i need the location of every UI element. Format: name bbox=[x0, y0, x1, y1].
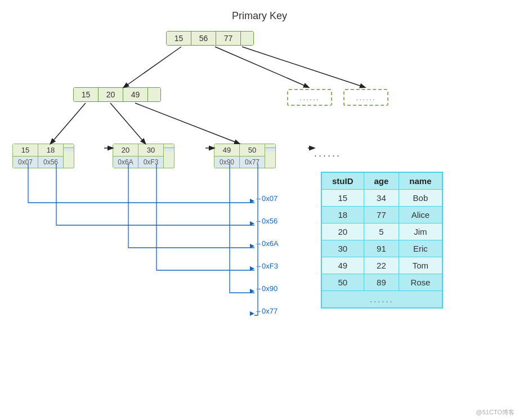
svg-line-3 bbox=[51, 103, 86, 144]
l1-cell-0: 15 bbox=[74, 88, 99, 101]
leaf-2-next-bot bbox=[265, 148, 275, 151]
root-cell-2: 77 bbox=[216, 32, 241, 45]
col-name: name bbox=[399, 172, 442, 190]
root-cell-0: 15 bbox=[167, 32, 191, 45]
leaf-0-ptr-1: 0x56 bbox=[38, 157, 63, 168]
watermark: @51CTO博客 bbox=[476, 408, 514, 417]
leaf-2-key-0: 49 bbox=[214, 144, 239, 157]
svg-line-5 bbox=[135, 103, 239, 144]
addr-0x07: →0x07 bbox=[254, 194, 278, 203]
svg-marker-10 bbox=[250, 221, 254, 226]
col-stuid: stuID bbox=[321, 172, 364, 190]
age-2: 5 bbox=[364, 224, 399, 240]
leaf-1-next-bot bbox=[164, 148, 174, 151]
root-node: 15 56 77 bbox=[166, 31, 254, 46]
l1-cell-1: 20 bbox=[99, 88, 123, 101]
leaf-node-0: 15 0x07 18 0x56 bbox=[12, 144, 74, 168]
addr-0x90: →0x90 bbox=[254, 284, 278, 293]
name-1: Alice bbox=[399, 207, 442, 224]
stuid-3: 30 bbox=[321, 240, 364, 257]
stuid-1: 18 bbox=[321, 207, 364, 224]
leaf-1-next-top bbox=[164, 144, 174, 148]
leaf-1-ptr-1: 0xF3 bbox=[138, 157, 163, 168]
table-row: 30 91 Eric bbox=[321, 240, 442, 257]
table-dots: ...... bbox=[321, 291, 442, 309]
name-3: Eric bbox=[399, 240, 442, 257]
age-5: 89 bbox=[364, 274, 399, 291]
svg-marker-12 bbox=[250, 266, 254, 271]
stuid-5: 50 bbox=[321, 274, 364, 291]
name-2: Jim bbox=[399, 224, 442, 240]
table-dots-row: ...... bbox=[321, 291, 442, 309]
stuid-4: 49 bbox=[321, 257, 364, 274]
l1-cell-2: 49 bbox=[123, 88, 148, 101]
addr-0x6a: →0x6A bbox=[254, 239, 279, 248]
leaf-1-ptr-0: 0x6A bbox=[113, 157, 138, 168]
age-4: 22 bbox=[364, 257, 399, 274]
age-1: 77 bbox=[364, 207, 399, 224]
db-table: stuID age name 15 34 Bob 18 77 Alice 20 … bbox=[321, 172, 443, 309]
svg-marker-11 bbox=[250, 244, 254, 248]
stuid-2: 20 bbox=[321, 224, 364, 240]
table-row: 15 34 Bob bbox=[321, 190, 442, 207]
addr-0x77: →0x77 bbox=[254, 307, 278, 315]
level1-node-0: 15 20 49 bbox=[73, 87, 161, 102]
leaf-0-key-1: 18 bbox=[38, 144, 63, 157]
svg-marker-14 bbox=[250, 311, 254, 316]
svg-line-4 bbox=[110, 103, 145, 144]
leaf-1-key-0: 20 bbox=[113, 144, 138, 157]
leaf-0-ptr-0: 0x07 bbox=[13, 157, 38, 168]
leaf-node-1: 20 0x6A 30 0xF3 bbox=[113, 144, 175, 168]
leaf-0-next-top bbox=[64, 144, 74, 148]
leaf-2-ptr-0: 0x90 bbox=[214, 157, 239, 168]
leaf-2-ptr-1: 0x77 bbox=[240, 157, 265, 168]
age-3: 91 bbox=[364, 240, 399, 257]
root-cell-3 bbox=[241, 32, 253, 45]
leaf-ellipsis: ...... bbox=[314, 148, 341, 159]
leaf-2-key-1: 50 bbox=[240, 144, 265, 157]
svg-marker-9 bbox=[250, 199, 254, 203]
name-4: Tom bbox=[399, 257, 442, 274]
name-5: Rose bbox=[399, 274, 442, 291]
l1-cell-3 bbox=[148, 88, 160, 101]
table-row: 50 89 Rose bbox=[321, 274, 442, 291]
canvas: Primary Key 15 56 77 15 20 49 ...... ...… bbox=[0, 0, 519, 420]
page-title: Primary Key bbox=[0, 10, 519, 22]
table-row: 49 22 Tom bbox=[321, 257, 442, 274]
addr-0x56: →0x56 bbox=[254, 217, 278, 225]
name-0: Bob bbox=[399, 190, 442, 207]
svg-line-1 bbox=[215, 47, 308, 87]
svg-line-2 bbox=[242, 47, 365, 87]
age-0: 34 bbox=[364, 190, 399, 207]
leaf-0-key-0: 15 bbox=[13, 144, 38, 157]
leaf-2-next-top bbox=[265, 144, 275, 148]
svg-marker-13 bbox=[250, 289, 254, 293]
col-age: age bbox=[364, 172, 399, 190]
addr-0xf3: →0xF3 bbox=[254, 262, 278, 270]
root-cell-1: 56 bbox=[191, 32, 216, 45]
stuid-0: 15 bbox=[321, 190, 364, 207]
leaf-node-2: 49 0x90 50 0x77 bbox=[214, 144, 276, 168]
leaf-1-key-1: 30 bbox=[138, 144, 163, 157]
table-row: 20 5 Jim bbox=[321, 224, 442, 240]
leaf-0-next-bot bbox=[64, 148, 74, 151]
table-row: 18 77 Alice bbox=[321, 207, 442, 224]
dashed-node-1: ...... bbox=[343, 89, 388, 106]
dashed-node-0: ...... bbox=[287, 89, 332, 106]
svg-line-0 bbox=[124, 47, 181, 87]
